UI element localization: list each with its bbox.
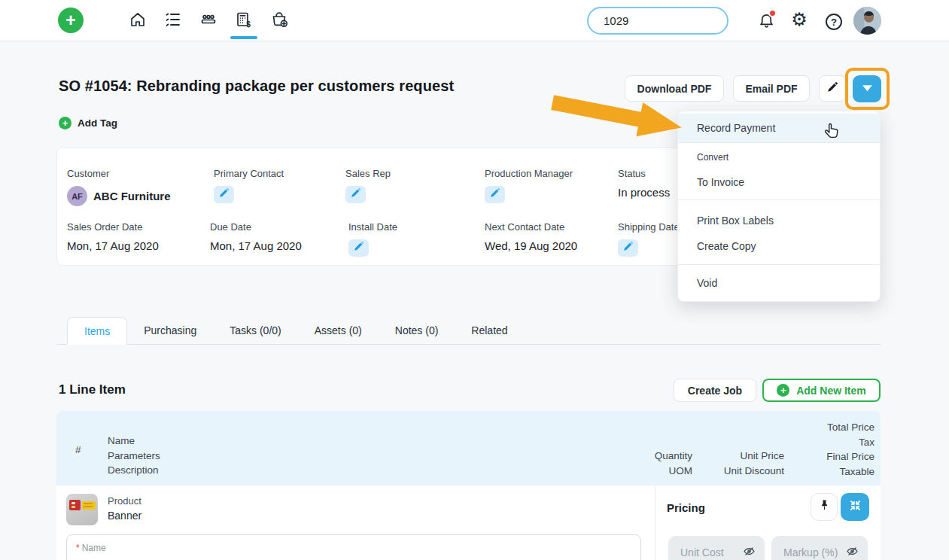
header-line: Total Price: [826, 420, 874, 435]
email-pdf-button[interactable]: Email PDF: [733, 75, 810, 102]
eye-off-icon[interactable]: [743, 545, 756, 560]
actions-dropdown-menu: Record Payment Convert To Invoice Print …: [677, 111, 881, 302]
menu-item-to-invoice[interactable]: To Invoice: [678, 175, 880, 190]
field-label: Sales Order Date: [67, 221, 159, 233]
user-avatar[interactable]: [853, 7, 881, 35]
help-button[interactable]: ?: [824, 12, 844, 32]
menu-item-print-box-labels[interactable]: Print Box Labels: [678, 213, 880, 228]
field-label: Status: [618, 168, 670, 179]
status-value: In process: [618, 186, 670, 199]
tab-related[interactable]: Related: [455, 317, 524, 344]
more-actions-dropdown-button[interactable]: [853, 75, 881, 102]
field-next-contact-date: Next Contact Date Wed, 19 Aug 2020: [485, 221, 577, 252]
menu-item-create-copy[interactable]: Create Copy: [678, 239, 880, 254]
edit-order-button[interactable]: [819, 75, 846, 102]
add-new-item-button[interactable]: + Add New Item: [762, 379, 881, 402]
item-type-value[interactable]: Banner: [108, 510, 141, 522]
edit-production-manager-button[interactable]: [485, 186, 505, 203]
header-line: Parameters: [108, 449, 160, 464]
svg-text:$: $: [246, 20, 251, 29]
item-name-field[interactable]: *Name Banner special for Summer sales ev…: [66, 534, 641, 560]
product-thumbnail[interactable]: [66, 494, 98, 525]
field-label: Install Date: [348, 221, 397, 233]
markup-field: [771, 536, 868, 560]
header-line: Name: [108, 434, 160, 449]
pushpin-icon: [817, 498, 832, 516]
tab-items[interactable]: Items: [67, 317, 127, 345]
next-contact-date-value: Wed, 19 Aug 2020: [485, 239, 577, 252]
edit-shipping-date-button[interactable]: [618, 239, 638, 257]
nav-contacts[interactable]: [199, 0, 218, 41]
search-input[interactable]: [587, 7, 728, 35]
field-production-manager: Production Manager: [485, 168, 573, 203]
add-tag-button[interactable]: + Add Tag: [59, 117, 117, 129]
sales-order-date-value: Mon, 17 Aug 2020: [67, 239, 159, 252]
field-status: Status In process: [618, 168, 670, 199]
create-job-button[interactable]: Create Job: [674, 379, 756, 402]
main-nav: $: [128, 0, 289, 41]
line-items-heading: 1 Line Item: [59, 382, 126, 397]
field-label: Sales Rep: [345, 168, 391, 179]
header-line: Description: [108, 463, 160, 478]
edit-sales-rep-button[interactable]: [345, 186, 366, 203]
nav-shop[interactable]: [269, 0, 289, 41]
list-icon: [164, 11, 182, 32]
field-label: Next Contact Date: [485, 221, 577, 233]
field-label: Production Manager: [485, 168, 573, 179]
field-sales-rep: Sales Rep: [345, 168, 391, 203]
pricing-divider: [655, 486, 655, 560]
header-line: Taxable: [826, 464, 874, 479]
create-new-button[interactable]: +: [58, 8, 84, 33]
eye-off-icon[interactable]: [846, 545, 859, 560]
customer-name-link[interactable]: ABC Furniture: [93, 190, 171, 202]
unit-cost-field: [668, 536, 765, 560]
gear-icon: ⚙: [791, 11, 808, 29]
nav-sales-orders[interactable]: $: [234, 0, 254, 41]
plus-icon: +: [65, 12, 75, 29]
field-label: Primary Contact: [214, 168, 284, 179]
tab-purchasing[interactable]: Purchasing: [127, 317, 213, 344]
tab-assets[interactable]: Assets (0): [298, 317, 379, 344]
collapse-pricing-button[interactable]: [841, 493, 869, 521]
tab-tasks[interactable]: Tasks (0/0): [213, 317, 297, 344]
download-pdf-button[interactable]: Download PDF: [625, 75, 724, 102]
markup-input[interactable]: [783, 546, 846, 558]
active-nav-underline: [230, 36, 257, 39]
name-field-label: Name: [82, 543, 106, 553]
column-name: Name Parameters Description: [108, 434, 160, 478]
column-unit-price: Unit Price Unit Discount: [724, 449, 784, 478]
nav-list[interactable]: [163, 0, 183, 41]
menu-divider: [678, 264, 880, 265]
nav-home[interactable]: [128, 0, 148, 41]
edit-primary-contact-button[interactable]: [214, 186, 234, 203]
sales-order-page: + $ ⚙ ?: [0, 0, 949, 560]
detail-tabs: Items Purchasing Tasks (0/0) Assets (0) …: [56, 317, 881, 345]
edit-install-date-button[interactable]: [348, 239, 369, 257]
notification-dot: [768, 9, 777, 17]
header-line: Unit Discount: [724, 464, 784, 479]
field-label: Due Date: [210, 221, 302, 233]
add-new-item-label: Add New Item: [796, 385, 866, 397]
team-icon: [199, 11, 217, 32]
top-navbar: + $ ⚙ ?: [0, 0, 949, 41]
pencil-icon: [489, 187, 500, 202]
pencil-icon: [350, 187, 361, 202]
menu-divider: [678, 199, 880, 200]
menu-item-record-payment[interactable]: Record Payment: [678, 114, 880, 142]
menu-item-void[interactable]: Void: [678, 275, 880, 291]
page-title: SO #1054: Rebranding package per custome…: [59, 78, 454, 95]
field-primary-contact: Primary Contact: [214, 168, 284, 203]
column-total-price: Total Price Tax Final Price Taxable: [826, 420, 874, 479]
unit-cost-input[interactable]: [680, 546, 743, 558]
basket-plus-icon: [270, 11, 288, 32]
field-install-date: Install Date: [348, 221, 397, 257]
notifications-button[interactable]: [756, 11, 776, 31]
add-tag-plus-icon: +: [59, 117, 71, 129]
add-tag-label: Add Tag: [78, 117, 117, 129]
pricing-heading: Pricing: [667, 501, 705, 514]
settings-button[interactable]: ⚙: [789, 10, 809, 29]
tab-notes[interactable]: Notes (0): [379, 317, 455, 344]
pin-pricing-button[interactable]: [811, 493, 838, 521]
thumbnail-image: [69, 500, 81, 510]
column-number: #: [75, 443, 81, 458]
